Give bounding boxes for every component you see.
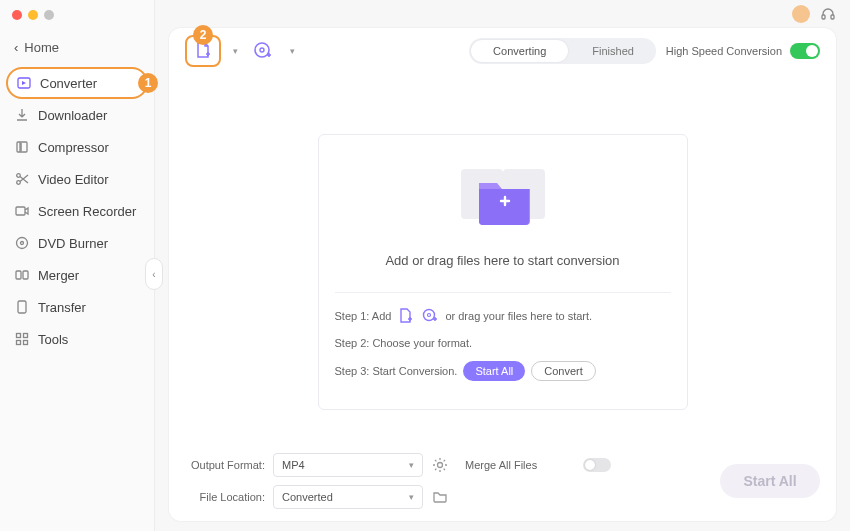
minimize-window-dot[interactable]: [28, 10, 38, 20]
step1-suffix: or drag your files here to start.: [445, 310, 592, 322]
dropzone-steps: Step 1: Add or drag your files here to s…: [335, 292, 671, 381]
sidebar-item-label: Downloader: [38, 108, 107, 123]
sidebar-item-label: Merger: [38, 268, 79, 283]
sidebar: ‹ Home Converter 1 Downloader Compressor: [0, 0, 155, 531]
svg-point-17: [260, 48, 264, 52]
folder-open-icon[interactable]: [431, 488, 449, 506]
panel-toolbar: 2 ▾ ▾ Converting Finished High Speed Con…: [169, 28, 836, 74]
sidebar-item-video-editor[interactable]: Video Editor: [0, 163, 154, 195]
tab-finished[interactable]: Finished: [570, 38, 656, 64]
home-label: Home: [24, 40, 59, 55]
recorder-icon: [14, 203, 30, 219]
sidebar-item-transfer[interactable]: Transfer: [0, 291, 154, 323]
settings-icon[interactable]: [431, 456, 449, 474]
file-add-icon[interactable]: [397, 307, 415, 325]
sidebar-item-label: Video Editor: [38, 172, 109, 187]
maximize-window-dot[interactable]: [44, 10, 54, 20]
tab-converting[interactable]: Converting: [471, 40, 568, 62]
sidebar-item-label: DVD Burner: [38, 236, 108, 251]
step-2: Step 2: Choose your format.: [335, 337, 671, 349]
svg-rect-7: [16, 271, 21, 279]
step-1: Step 1: Add or drag your files here to s…: [335, 307, 671, 325]
sidebar-item-compressor[interactable]: Compressor: [0, 131, 154, 163]
support-icon[interactable]: [820, 6, 836, 22]
close-window-dot[interactable]: [12, 10, 22, 20]
output-format-select[interactable]: MP4 ▾: [273, 453, 423, 477]
svg-rect-11: [24, 334, 28, 338]
chevron-left-icon: ‹: [152, 269, 155, 280]
svg-point-6: [21, 242, 24, 245]
converter-icon: [16, 75, 32, 91]
window-controls: [12, 10, 54, 20]
sidebar-item-label: Transfer: [38, 300, 86, 315]
merge-all-toggle[interactable]: [583, 458, 611, 472]
file-location-select[interactable]: Converted ▾: [273, 485, 423, 509]
svg-point-20: [424, 310, 435, 321]
svg-rect-14: [822, 15, 825, 19]
sidebar-item-screen-recorder[interactable]: Screen Recorder: [0, 195, 154, 227]
chevron-down-icon[interactable]: ▾: [290, 46, 295, 56]
svg-rect-12: [17, 341, 21, 345]
disc-icon: [14, 235, 30, 251]
chevron-left-icon: ‹: [14, 40, 18, 55]
bottom-bar: Output Format: MP4 ▾ Merge All Files Sta…: [169, 441, 836, 521]
callout-badge-1: 1: [138, 73, 158, 93]
svg-point-16: [255, 43, 269, 57]
svg-rect-15: [831, 15, 834, 19]
scissors-icon: [14, 171, 30, 187]
sidebar-item-label: Tools: [38, 332, 68, 347]
disc-add-icon: [252, 40, 274, 62]
svg-point-2: [17, 174, 21, 178]
chevron-down-icon: ▾: [409, 492, 414, 502]
chevron-down-icon[interactable]: ▾: [233, 46, 238, 56]
sidebar-item-merger[interactable]: Merger: [0, 259, 154, 291]
svg-rect-8: [23, 271, 28, 279]
output-format-value: MP4: [282, 459, 305, 471]
svg-rect-9: [18, 301, 26, 313]
start-all-button[interactable]: Start All: [720, 464, 820, 498]
merger-icon: [14, 267, 30, 283]
dropzone[interactable]: Add or drag files here to start conversi…: [318, 134, 688, 410]
main-area: 2 ▾ ▾ Converting Finished High Speed Con…: [155, 0, 850, 531]
disc-add-icon[interactable]: [421, 307, 439, 325]
avatar[interactable]: [792, 5, 810, 23]
topbar: [155, 0, 850, 28]
svg-point-5: [17, 238, 28, 249]
home-link[interactable]: ‹ Home: [0, 34, 154, 61]
high-speed-label: High Speed Conversion: [666, 45, 782, 57]
sidebar-item-downloader[interactable]: Downloader: [0, 99, 154, 131]
svg-rect-4: [16, 207, 25, 215]
sidebar-item-dvd-burner[interactable]: DVD Burner: [0, 227, 154, 259]
step2-text: Step 2: Choose your format.: [335, 337, 473, 349]
sidebar-item-tools[interactable]: Tools: [0, 323, 154, 355]
downloader-icon: [14, 107, 30, 123]
start-all-pill-button[interactable]: Start All: [463, 361, 525, 381]
compressor-icon: [14, 139, 30, 155]
svg-rect-13: [24, 341, 28, 345]
svg-point-21: [428, 314, 431, 317]
folder-illustration: [335, 155, 671, 235]
add-dvd-button[interactable]: [248, 36, 278, 66]
svg-point-3: [17, 181, 21, 185]
callout-badge-2: 2: [193, 25, 213, 45]
sidebar-item-label: Compressor: [38, 140, 109, 155]
grid-icon: [14, 331, 30, 347]
content-panel: 2 ▾ ▾ Converting Finished High Speed Con…: [169, 28, 836, 521]
high-speed-toggle[interactable]: [790, 43, 820, 59]
sidebar-item-label: Screen Recorder: [38, 204, 136, 219]
convert-pill-button[interactable]: Convert: [531, 361, 596, 381]
dropzone-message: Add or drag files here to start conversi…: [335, 253, 671, 268]
sidebar-item-converter[interactable]: Converter 1: [6, 67, 148, 99]
nav-list: Converter 1 Downloader Compressor Video …: [0, 67, 154, 355]
collapse-sidebar-button[interactable]: ‹: [145, 258, 163, 290]
svg-rect-10: [17, 334, 21, 338]
file-location-value: Converted: [282, 491, 333, 503]
add-file-button[interactable]: 2: [185, 35, 221, 67]
step3-text: Step 3: Start Conversion.: [335, 365, 458, 377]
step-3: Step 3: Start Conversion. Start All Conv…: [335, 361, 671, 381]
transfer-icon: [14, 299, 30, 315]
sidebar-item-label: Converter: [40, 76, 97, 91]
merge-all-label: Merge All Files: [465, 459, 575, 471]
step1-prefix: Step 1: Add: [335, 310, 392, 322]
svg-point-22: [438, 463, 443, 468]
